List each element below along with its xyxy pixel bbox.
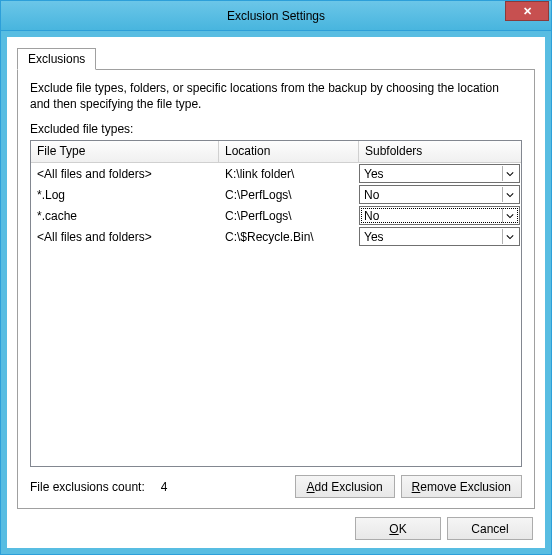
titlebar: Exclusion Settings ✕ xyxy=(1,1,551,31)
cell-file-type[interactable]: <All files and folders> xyxy=(31,226,219,247)
chevron-down-icon xyxy=(502,187,517,202)
subfolders-select[interactable]: No xyxy=(359,206,520,225)
table-row[interactable]: *.cacheC:\PerfLogs\No xyxy=(31,205,521,226)
list-label: Excluded file types: xyxy=(30,122,522,136)
window-title: Exclusion Settings xyxy=(1,9,551,23)
cell-location[interactable]: C:\$Recycle.Bin\ xyxy=(219,226,359,247)
tab-panel-exclusions: Exclude file types, folders, or specific… xyxy=(17,69,535,509)
grid-body: <All files and folders>K:\link folder\Ye… xyxy=(31,163,521,466)
table-row[interactable]: *.LogC:\PerfLogs\No xyxy=(31,184,521,205)
cell-location[interactable]: C:\PerfLogs\ xyxy=(219,205,359,226)
cell-file-type[interactable]: *.Log xyxy=(31,184,219,205)
dialog-footer: OK Cancel xyxy=(17,509,535,540)
exclusion-settings-window: Exclusion Settings ✕ Exclusions Exclude … xyxy=(0,0,552,555)
exclusions-grid[interactable]: File Type Location Subfolders <All files… xyxy=(30,140,522,467)
ok-button[interactable]: OK xyxy=(355,517,441,540)
subfolders-select[interactable]: Yes xyxy=(359,227,520,246)
count-row: File exclusions count: 4 Add Exclusion R… xyxy=(30,475,522,498)
subfolders-value: No xyxy=(364,209,379,223)
subfolders-select[interactable]: No xyxy=(359,185,520,204)
grid-header: File Type Location Subfolders xyxy=(31,141,521,163)
cell-location[interactable]: C:\PerfLogs\ xyxy=(219,184,359,205)
subfolders-value: No xyxy=(364,188,379,202)
cell-file-type[interactable]: <All files and folders> xyxy=(31,163,219,184)
table-row[interactable]: <All files and folders>C:\$Recycle.Bin\Y… xyxy=(31,226,521,247)
cell-location[interactable]: K:\link folder\ xyxy=(219,163,359,184)
remove-exclusion-button[interactable]: Remove Exclusion xyxy=(401,475,522,498)
subfolders-value: Yes xyxy=(364,230,384,244)
tab-strip: Exclusions xyxy=(17,47,535,69)
cell-subfolders: No xyxy=(359,205,521,226)
close-button[interactable]: ✕ xyxy=(505,1,549,21)
cell-subfolders: Yes xyxy=(359,226,521,247)
col-header-subfolders[interactable]: Subfolders xyxy=(359,141,521,162)
panel-description: Exclude file types, folders, or specific… xyxy=(30,80,522,112)
chevron-down-icon xyxy=(502,166,517,181)
subfolders-select[interactable]: Yes xyxy=(359,164,520,183)
count-label: File exclusions count: xyxy=(30,480,145,494)
cell-subfolders: No xyxy=(359,184,521,205)
cancel-button[interactable]: Cancel xyxy=(447,517,533,540)
cell-file-type[interactable]: *.cache xyxy=(31,205,219,226)
tab-exclusions[interactable]: Exclusions xyxy=(17,48,96,70)
close-icon: ✕ xyxy=(523,5,532,18)
cell-subfolders: Yes xyxy=(359,163,521,184)
chevron-down-icon xyxy=(502,208,517,223)
client-area: Exclusions Exclude file types, folders, … xyxy=(1,31,551,554)
add-exclusion-button[interactable]: Add Exclusion xyxy=(295,475,395,498)
col-header-file-type[interactable]: File Type xyxy=(31,141,219,162)
count-value: 4 xyxy=(161,480,168,494)
subfolders-value: Yes xyxy=(364,167,384,181)
table-row[interactable]: <All files and folders>K:\link folder\Ye… xyxy=(31,163,521,184)
chevron-down-icon xyxy=(502,229,517,244)
col-header-location[interactable]: Location xyxy=(219,141,359,162)
